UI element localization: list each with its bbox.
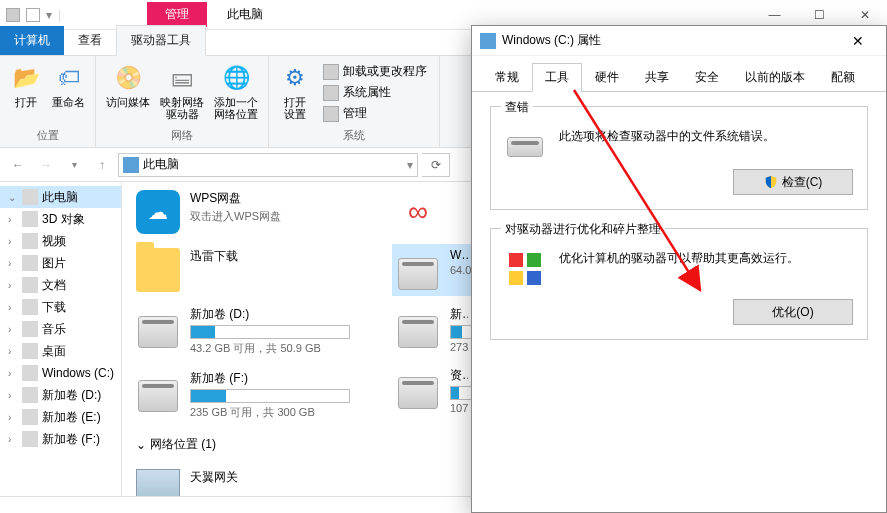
sidebar-item-label: 桌面 [42, 343, 66, 360]
folder-open-icon: 📂 [10, 62, 42, 94]
tab-sharing[interactable]: 共享 [632, 63, 682, 92]
node-icon [22, 321, 38, 337]
drive-f[interactable]: 新加卷 (F:) 235 GB 可用，共 300 GB [132, 366, 372, 424]
address-box[interactable]: 此电脑 ▾ [118, 153, 418, 177]
chevron-down-icon: ⌄ [136, 438, 146, 452]
sidebar-item[interactable]: ›新加卷 (D:) [0, 384, 121, 406]
expand-icon[interactable]: › [8, 236, 18, 247]
sidebar-item-label: 音乐 [42, 321, 66, 338]
expand-icon[interactable]: › [8, 412, 18, 423]
tab-previous[interactable]: 以前的版本 [732, 63, 818, 92]
expand-icon[interactable]: › [8, 390, 18, 401]
rename-button[interactable]: 🏷 重命名 [48, 60, 89, 110]
node-icon [22, 211, 38, 227]
sidebar[interactable]: ⌄此电脑›3D 对象›视频›图片›文档›下载›音乐›桌面›Windows (C:… [0, 182, 122, 496]
sidebar-item[interactable]: ›Windows (C:) [0, 362, 121, 384]
rename-icon: 🏷 [53, 62, 85, 94]
uninstall-menuitem[interactable]: 卸载或更改程序 [321, 62, 429, 81]
open-button[interactable]: 📂 打开 [6, 60, 46, 110]
drive-e[interactable]: 新加273 [392, 302, 472, 357]
ribbon-group-network: 📀 访问媒体 🖴 映射网络 驱动器 🌐 添加一个 网络位置 网络 [96, 56, 269, 147]
dialog-close-button[interactable]: ✕ [838, 26, 878, 56]
tab-general[interactable]: 常规 [482, 63, 532, 92]
tab-computer[interactable]: 计算机 [0, 26, 64, 55]
item-baidu[interactable]: ∞ [392, 186, 472, 238]
node-icon [22, 255, 38, 271]
manage-menuitem[interactable]: 管理 [321, 104, 429, 123]
optimize-group: 对驱动器进行优化和碎片整理 优化计算机的驱动器可以帮助其更高效运行。 优化(O) [490, 228, 868, 340]
nav-back-button[interactable]: ← [6, 153, 30, 177]
tab-tools[interactable]: 工具 [532, 63, 582, 92]
defrag-icon [505, 249, 545, 289]
drive-icon [396, 367, 440, 411]
sidebar-item[interactable]: ⌄此电脑 [0, 186, 121, 208]
usage-bar [190, 389, 350, 403]
sysprop-menuitem[interactable]: 系统属性 [321, 83, 429, 102]
expand-icon[interactable]: › [8, 434, 18, 445]
contextual-tab-label[interactable]: 管理 [147, 2, 207, 27]
drive-icon [505, 127, 545, 159]
group-header-network[interactable]: ⌄ 网络位置 (1) [132, 430, 372, 459]
properties-dialog: Windows (C:) 属性 ✕ 常规 工具 硬件 共享 安全 以前的版本 配… [471, 25, 887, 513]
sidebar-item[interactable]: ›图片 [0, 252, 121, 274]
usage-bar [190, 325, 350, 339]
breadcrumb-dropdown-icon[interactable]: ▾ [407, 158, 413, 172]
expand-icon[interactable]: › [8, 324, 18, 335]
open-settings-button[interactable]: ⚙ 打开 设置 [275, 60, 315, 122]
sidebar-item-label: 新加卷 (F:) [42, 431, 100, 448]
tab-hardware[interactable]: 硬件 [582, 63, 632, 92]
drive-g[interactable]: 资料107 [392, 363, 472, 418]
refresh-button[interactable]: ⟳ [422, 153, 450, 177]
chevron-down-icon[interactable]: ▾ [62, 153, 86, 177]
dialog-tabs: 常规 工具 硬件 共享 安全 以前的版本 配额 [472, 56, 886, 92]
item-xunlei[interactable]: 迅雷下载 [132, 244, 372, 296]
optimize-text: 优化计算机的驱动器可以帮助其更高效运行。 [559, 249, 853, 267]
item-wps[interactable]: ☁ WPS网盘双击进入WPS网盘 [132, 186, 372, 238]
sidebar-item[interactable]: ›3D 对象 [0, 208, 121, 230]
sysprop-icon [323, 85, 339, 101]
breadcrumb[interactable]: 此电脑 [143, 156, 179, 173]
node-icon [22, 189, 38, 205]
qat-dropdown-icon[interactable]: ▾ [46, 8, 52, 22]
media-icon: 📀 [112, 62, 144, 94]
drive-d[interactable]: 新加卷 (D:) 43.2 GB 可用，共 50.9 GB [132, 302, 372, 360]
check-button[interactable]: 检查(C) [733, 169, 853, 195]
drive-c[interactable]: Wind64.0 [392, 244, 472, 296]
nav-up-button[interactable]: ↑ [90, 153, 114, 177]
node-icon [22, 343, 38, 359]
sidebar-item-label: 视频 [42, 233, 66, 250]
baidu-icon: ∞ [396, 190, 440, 234]
sidebar-item[interactable]: ›音乐 [0, 318, 121, 340]
sidebar-item[interactable]: ›新加卷 (E:) [0, 406, 121, 428]
sidebar-item-label: 图片 [42, 255, 66, 272]
gateway-icon [136, 469, 180, 496]
access-media-button[interactable]: 📀 访问媒体 [102, 60, 154, 110]
map-drive-button[interactable]: 🖴 映射网络 驱动器 [156, 60, 208, 122]
tab-view[interactable]: 查看 [64, 26, 116, 55]
item-tianyi[interactable]: 天翼网关 [132, 465, 372, 496]
error-check-text: 此选项将检查驱动器中的文件系统错误。 [559, 127, 853, 145]
sidebar-item[interactable]: ›桌面 [0, 340, 121, 362]
optimize-button[interactable]: 优化(O) [733, 299, 853, 325]
tab-quota[interactable]: 配额 [818, 63, 868, 92]
expand-icon[interactable]: › [8, 280, 18, 291]
expand-icon[interactable]: › [8, 214, 18, 225]
add-location-button[interactable]: 🌐 添加一个 网络位置 [210, 60, 262, 122]
tab-drive-tools[interactable]: 驱动器工具 [116, 25, 206, 56]
qat-icon[interactable] [26, 8, 40, 22]
dialog-title: Windows (C:) 属性 [502, 32, 838, 49]
expand-icon[interactable]: › [8, 258, 18, 269]
svg-rect-2 [509, 271, 523, 285]
sidebar-item[interactable]: ›视频 [0, 230, 121, 252]
expand-icon[interactable]: › [8, 302, 18, 313]
sidebar-item[interactable]: ›文档 [0, 274, 121, 296]
expand-icon[interactable]: › [8, 346, 18, 357]
expand-icon[interactable]: › [8, 368, 18, 379]
dialog-titlebar[interactable]: Windows (C:) 属性 ✕ [472, 26, 886, 56]
sidebar-item[interactable]: ›下载 [0, 296, 121, 318]
expand-icon[interactable]: ⌄ [8, 192, 18, 203]
sidebar-item[interactable]: ›新加卷 (F:) [0, 428, 121, 450]
error-check-group: 查错 此选项将检查驱动器中的文件系统错误。 检查(C) [490, 106, 868, 210]
tab-security[interactable]: 安全 [682, 63, 732, 92]
nav-forward-button[interactable]: → [34, 153, 58, 177]
